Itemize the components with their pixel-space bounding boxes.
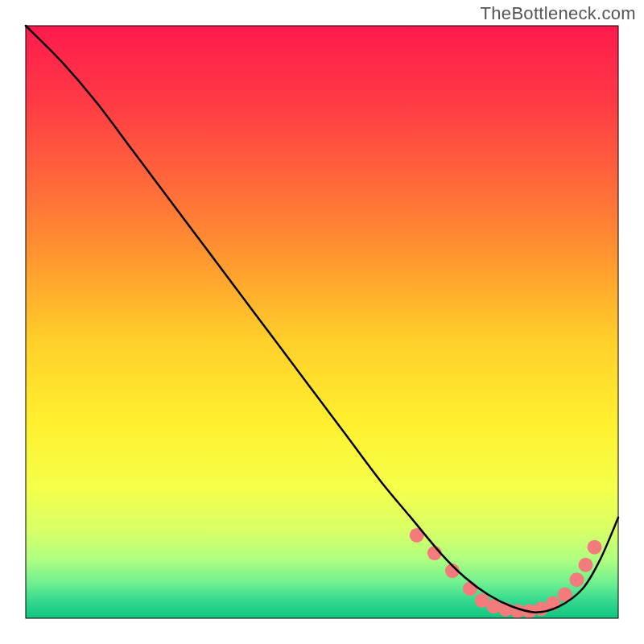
valley-marker [588, 540, 602, 555]
watermark-text: TheBottleneck.com [481, 3, 636, 24]
valley-marker [463, 581, 477, 596]
valley-marker [579, 558, 593, 572]
chart-container: TheBottleneck.com [0, 0, 644, 644]
plot-background [26, 26, 618, 618]
valley-marker [569, 572, 584, 587]
chart-svg [0, 0, 644, 644]
